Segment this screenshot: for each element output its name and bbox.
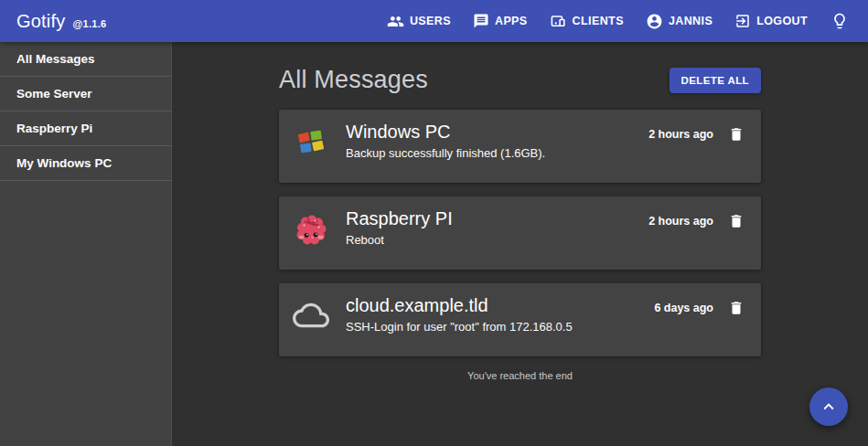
windows-logo-icon bbox=[293, 123, 329, 160]
chevron-up-icon bbox=[819, 397, 839, 417]
devices-icon bbox=[550, 13, 567, 30]
sidebar-item-label: All Messages bbox=[16, 52, 95, 66]
trash-icon bbox=[728, 213, 745, 229]
sidebar-item-some-server[interactable]: Some Server bbox=[0, 77, 171, 112]
trash-icon bbox=[728, 126, 745, 143]
users-icon bbox=[387, 13, 404, 30]
sidebar-item-all-messages[interactable]: All Messages bbox=[0, 42, 171, 77]
main-content: All Messages DELETE ALL Windows PC Backu… bbox=[172, 42, 868, 446]
nav-logout-button[interactable]: LOGOUT bbox=[725, 5, 817, 37]
message-text: Reboot bbox=[346, 232, 648, 248]
app-title: Gotify bbox=[16, 11, 65, 32]
app-bar: Gotify @1.1.6 USERS APPS CLIENTS JANNIS … bbox=[0, 0, 868, 42]
message-text: SSH-Login for user "root" from 172.168.0… bbox=[346, 319, 654, 334]
brand: Gotify @1.1.6 bbox=[16, 11, 106, 32]
sidebar-item-label: Some Server bbox=[16, 87, 92, 101]
nav-users-button[interactable]: USERS bbox=[378, 5, 460, 37]
app-version: @1.1.6 bbox=[72, 18, 106, 29]
nav-clients-label: CLIENTS bbox=[573, 15, 624, 27]
sidebar-item-label: My Windows PC bbox=[16, 156, 112, 170]
scroll-to-top-button[interactable] bbox=[809, 388, 848, 426]
delete-message-button[interactable] bbox=[725, 297, 747, 319]
nav-apps-button[interactable]: APPS bbox=[464, 5, 537, 37]
raspberry-icon bbox=[293, 210, 329, 247]
message-meta: 2 hours ago bbox=[648, 210, 747, 232]
message-card-raspberry-pi: Raspberry PI Reboot 2 hours ago bbox=[279, 196, 761, 270]
account-circle-icon bbox=[646, 13, 663, 30]
message-timestamp: 2 hours ago bbox=[648, 215, 713, 228]
cloud-icon bbox=[293, 297, 329, 334]
page-title: All Messages bbox=[279, 66, 428, 94]
nav-clients-button[interactable]: CLIENTS bbox=[541, 5, 633, 37]
message-text: Backup successfully finished (1.6GB). bbox=[346, 145, 648, 161]
trash-icon bbox=[728, 300, 745, 316]
delete-message-button[interactable] bbox=[725, 210, 747, 232]
delete-message-button[interactable] bbox=[725, 123, 747, 145]
theme-toggle-button[interactable] bbox=[824, 5, 855, 37]
nav-user-label: JANNIS bbox=[669, 15, 713, 27]
nav-users-label: USERS bbox=[410, 15, 451, 27]
lightbulb-icon bbox=[830, 12, 849, 30]
delete-all-button[interactable]: DELETE ALL bbox=[670, 68, 762, 93]
message-timestamp: 6 days ago bbox=[654, 302, 713, 314]
message-timestamp: 2 hours ago bbox=[648, 128, 713, 141]
page-header: All Messages DELETE ALL bbox=[279, 66, 761, 94]
message-title: cloud.example.tld bbox=[346, 295, 654, 316]
chat-icon bbox=[473, 13, 489, 29]
message-card-windows-pc: Windows PC Backup successfully finished … bbox=[279, 110, 761, 183]
message-card-cloud: cloud.example.tld SSH-Login for user "ro… bbox=[279, 283, 761, 356]
sidebar: All Messages Some Server Raspberry Pi My… bbox=[0, 42, 172, 446]
message-title: Windows PC bbox=[346, 122, 648, 143]
nav-logout-label: LOGOUT bbox=[756, 15, 808, 27]
sidebar-item-label: Raspberry Pi bbox=[16, 122, 92, 135]
sidebar-item-raspberry-pi[interactable]: Raspberry Pi bbox=[0, 112, 171, 146]
end-of-list-text: You've reached the end bbox=[279, 370, 761, 381]
message-meta: 2 hours ago bbox=[648, 123, 747, 145]
top-nav: USERS APPS CLIENTS JANNIS LOGOUT bbox=[374, 5, 855, 37]
message-title: Raspberry PI bbox=[346, 208, 648, 229]
nav-user-button[interactable]: JANNIS bbox=[637, 5, 722, 37]
logout-icon bbox=[734, 13, 751, 29]
sidebar-item-my-windows-pc[interactable]: My Windows PC bbox=[0, 146, 171, 181]
message-meta: 6 days ago bbox=[654, 297, 747, 319]
nav-apps-label: APPS bbox=[495, 15, 528, 27]
